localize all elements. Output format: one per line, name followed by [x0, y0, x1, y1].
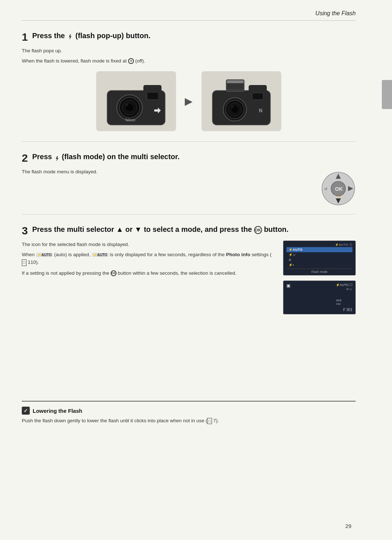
svg-marker-25 [56, 156, 58, 161]
svg-text:±±±: ±±± [336, 298, 342, 302]
svg-rect-23 [252, 93, 263, 100]
step-3-layout: The icon for the selected flash mode is … [22, 241, 356, 314]
step-2-desc: The flash mode menu is displayed. [22, 168, 314, 176]
step-2-number: 2 [22, 153, 28, 164]
camera-open-svg: N [205, 74, 278, 129]
flash-menu-item-fill: ⚡▪ [286, 262, 352, 267]
lcd2-flash-auto: ⚡AUTO ☐ [336, 283, 352, 287]
step-3: 3 Press the multi selector ▲ or ▼ to sel… [22, 225, 356, 321]
lcd2-top-row: ▣ ⚡AUTO ☐ ⟳☺ [286, 283, 352, 291]
step-1-images: Nikon ▶ [22, 71, 356, 131]
step-1: 1 Press the (flash pop-up) button. The f… [22, 31, 356, 142]
page-number: 29 [345, 523, 351, 529]
flash-menu-list: ⚡AUTO ⚡☺ ⊘ ⚡▪ [286, 247, 352, 267]
step-3-heading: Press the multi selector ▲ or ▼ to selec… [32, 225, 289, 234]
note-description: Push the flash down gently to lower the … [22, 417, 356, 425]
sidebar-right: Basic Photography and Playback: Easy Aut… [373, 0, 392, 540]
step-3-desc3: If a setting is not applied by pressing … [22, 269, 274, 277]
svg-text:HM: HM [336, 302, 341, 306]
camera-icon: ▣ [286, 283, 290, 291]
flash-menu-screen: ⚡AUTO ☐ ⚡AUTO ⚡☺ ⊘ [283, 241, 356, 275]
svg-text:N: N [259, 108, 262, 113]
flash-menu-item-off: ⊘ [286, 257, 352, 262]
step-2-heading: Press (flash mode) on the multi selector… [32, 152, 180, 161]
step-1-number: 1 [22, 32, 28, 43]
step-3-desc2: When ⚡AUTO (auto) is applied, ⚡AUTO is o… [22, 251, 274, 266]
svg-text:Nikon: Nikon [125, 118, 135, 122]
step-1-body: The flash pops up. When the flash is low… [22, 47, 356, 131]
step-1-desc1: The flash pops up. [22, 47, 356, 55]
svg-point-8 [125, 103, 128, 106]
flash-menu-item-redeye: ⚡☺ [286, 252, 352, 257]
camera-closed-svg: Nikon [100, 74, 172, 129]
step-arrow: ▶ [185, 95, 193, 107]
step-2-body: The flash mode menu is displayed. ⚡ [22, 168, 356, 207]
ok-button-svg: ⚡ ↺ OK [321, 172, 356, 206]
lowering-flash-note: ✓ Lowering the Flash Push the flash down… [22, 401, 356, 425]
lcd2-icons: ⚡AUTO ☐ ⟳☺ [336, 283, 352, 291]
svg-text:↺: ↺ [324, 187, 327, 191]
note-title: Lowering the Flash [33, 408, 82, 414]
flash-menu-item-auto-selected: ⚡AUTO [286, 247, 352, 252]
multi-selector-diagram: ⚡ ↺ OK [321, 172, 356, 207]
camera-closed-image: Nikon [96, 71, 176, 131]
page-title: Using the Flash [315, 10, 356, 16]
exposure-icon: ±±± HM [334, 297, 352, 307]
step-3-desc1: The icon for the selected flash mode is … [22, 241, 274, 249]
flash-mode-label: Flash mode [286, 269, 352, 274]
step-1-heading: Press the (flash pop-up) button. [32, 31, 151, 40]
step-1-desc2: When the flash is lowered, flash mode is… [22, 57, 356, 65]
step-3-screens: ⚡AUTO ☐ ⚡AUTO ⚡☺ ⊘ [283, 241, 356, 314]
svg-text:OK: OK [335, 186, 343, 192]
camera-info-screen: ▣ ⚡AUTO ☐ ⟳☺ ±±± HM [283, 281, 356, 314]
svg-point-22 [231, 105, 234, 108]
svg-rect-14 [249, 85, 267, 94]
page-header: Using the Flash [22, 10, 356, 21]
lcd2-other-icon: ⟳☺ [346, 287, 352, 291]
step-3-text: The icon for the selected flash mode is … [22, 241, 274, 314]
note-checkmark-icon: ✓ [22, 407, 30, 415]
svg-rect-9 [147, 92, 159, 100]
step-3-number: 3 [22, 225, 28, 236]
svg-marker-0 [69, 35, 72, 40]
lcd2-bottom: ±±± HM F 301 [286, 297, 352, 312]
svg-rect-16 [227, 80, 244, 83]
note-heading: ✓ Lowering the Flash [22, 407, 356, 415]
step-2: 2 Press (flash mode) on the multi select… [22, 152, 356, 214]
shots-count: F 301 [343, 308, 352, 312]
page: Using the Flash 1 Press the (flash pop-u… [0, 0, 392, 540]
sidebar-tab [382, 80, 392, 109]
camera-open-image: N [201, 71, 281, 131]
main-content: Using the Flash 1 Press the (flash pop-u… [0, 0, 373, 540]
